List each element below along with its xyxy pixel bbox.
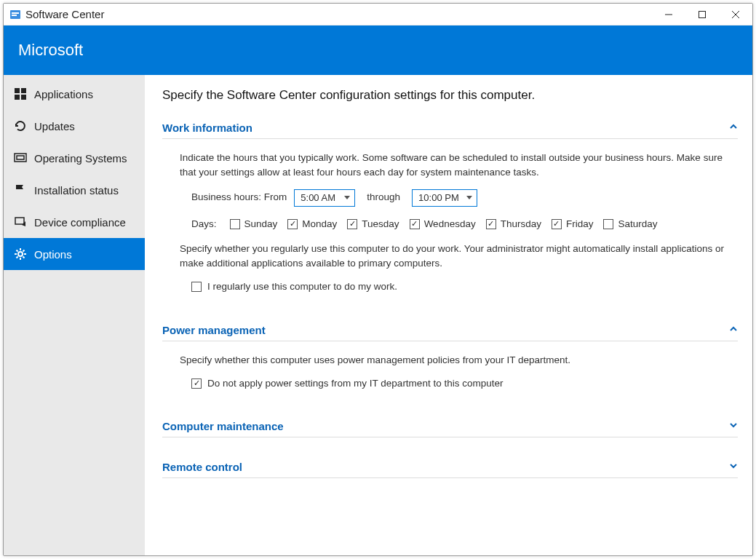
svg-rect-8 <box>21 88 26 93</box>
updates-icon <box>14 119 27 132</box>
day-thursday[interactable]: Thursday <box>486 217 541 231</box>
main-panel: Specify the Software Center configuratio… <box>145 75 752 555</box>
svg-rect-12 <box>17 156 24 159</box>
checkbox-checked-icon <box>552 219 562 229</box>
day-label: Tuesday <box>362 217 399 231</box>
sidebar-item-install-status[interactable]: Installation status <box>4 174 145 206</box>
section-title: Power management <box>162 324 266 336</box>
sidebar: Applications Updates Operating Systems I… <box>4 75 145 555</box>
sidebar-item-os[interactable]: Operating Systems <box>4 142 145 174</box>
day-friday[interactable]: Friday <box>552 217 594 231</box>
day-sunday[interactable]: Sunday <box>230 217 278 231</box>
minimize-button[interactable] <box>652 4 685 25</box>
section-body-power: Specify whether this computer uses power… <box>162 341 738 402</box>
sidebar-item-options[interactable]: Options <box>4 238 145 270</box>
day-label: Thursday <box>501 217 541 231</box>
sidebar-item-applications[interactable]: Applications <box>4 78 145 110</box>
chevron-up-icon <box>729 122 738 133</box>
chevron-down-icon <box>729 461 738 472</box>
checkbox-checked-icon <box>486 219 496 229</box>
section-header-power[interactable]: Power management <box>162 324 738 341</box>
os-icon <box>14 151 27 164</box>
window-controls <box>652 4 752 25</box>
svg-rect-10 <box>21 95 26 100</box>
section-header-remote[interactable]: Remote control <box>162 461 738 478</box>
svg-rect-13 <box>15 218 24 224</box>
section-header-maintenance[interactable]: Computer maintenance <box>162 420 738 437</box>
section-title: Computer maintenance <box>162 420 284 432</box>
chevron-up-icon <box>729 325 738 336</box>
to-time-value: 10:00 PM <box>418 191 459 205</box>
sidebar-item-label: Updates <box>34 120 75 132</box>
chevron-down-icon <box>729 421 738 432</box>
sidebar-item-label: Device compliance <box>34 216 126 229</box>
day-label: Wednesday <box>424 217 476 231</box>
flag-icon <box>14 183 27 197</box>
from-time-value: 5:00 AM <box>301 191 335 205</box>
day-label: Monday <box>302 217 337 231</box>
chevron-down-icon <box>466 196 472 199</box>
sidebar-item-label: Operating Systems <box>34 152 127 164</box>
svg-rect-4 <box>699 11 706 17</box>
day-wednesday[interactable]: Wednesday <box>410 217 476 231</box>
close-button[interactable] <box>719 4 752 25</box>
content-body: Applications Updates Operating Systems I… <box>4 75 752 555</box>
days-row: Days: Sunday Monday Tuesday Wednesday Th… <box>191 217 733 231</box>
sidebar-item-label: Installation status <box>34 184 119 197</box>
gear-icon <box>14 247 27 261</box>
app-window: Software Center Microsoft Applications <box>3 3 753 556</box>
maximize-button[interactable] <box>685 4 719 25</box>
business-hours-label: Business hours: From <box>191 190 287 205</box>
section-title: Remote control <box>162 461 242 473</box>
power-desc: Specify whether this computer uses power… <box>180 353 733 368</box>
window-title: Software Center <box>25 8 652 20</box>
business-hours-row: Business hours: From 5:00 AM through 10:… <box>191 189 733 207</box>
section-header-work[interactable]: Work information <box>162 122 738 139</box>
power-checkbox-row[interactable]: Do not apply power settings from my IT d… <box>191 376 733 391</box>
days-label: Days: <box>191 217 217 231</box>
sidebar-item-updates[interactable]: Updates <box>4 110 145 142</box>
to-time-select[interactable]: 10:00 PM <box>412 189 477 207</box>
brand-bar: Microsoft <box>4 25 752 75</box>
titlebar: Software Center <box>4 4 752 25</box>
day-label: Friday <box>566 217 594 231</box>
svg-rect-2 <box>12 15 17 16</box>
primary-computer-checkbox-row[interactable]: I regularly use this computer to do my w… <box>191 280 733 294</box>
app-icon <box>9 9 21 20</box>
checkbox-checked-icon <box>287 219 298 229</box>
from-time-select[interactable]: 5:00 AM <box>294 189 355 207</box>
power-checkbox-label: Do not apply power settings from my IT d… <box>207 376 503 391</box>
section-body-work: Indicate the hours that you typically wo… <box>162 139 738 305</box>
page-intro: Specify the Software Center configuratio… <box>162 88 738 103</box>
section-title: Work information <box>162 122 252 134</box>
checkbox-icon <box>191 282 202 292</box>
sidebar-item-label: Applications <box>34 88 93 100</box>
work-description: Indicate the hours that you typically wo… <box>180 151 733 181</box>
sidebar-item-device-compliance[interactable]: Device compliance <box>4 206 145 238</box>
svg-rect-7 <box>15 88 20 93</box>
day-monday[interactable]: Monday <box>287 217 337 231</box>
day-saturday[interactable]: Saturday <box>603 217 657 231</box>
day-tuesday[interactable]: Tuesday <box>347 217 399 231</box>
compliance-icon <box>14 215 27 229</box>
svg-rect-9 <box>15 95 20 100</box>
checkbox-icon <box>603 219 613 229</box>
checkbox-checked-icon <box>347 219 357 229</box>
primary-computer-desc: Specify whether you regularly use this c… <box>180 242 733 271</box>
primary-computer-label: I regularly use this computer to do my w… <box>207 280 397 294</box>
through-label: through <box>367 190 400 205</box>
checkbox-checked-icon <box>410 219 420 229</box>
day-label: Saturday <box>618 217 657 231</box>
brand-name: Microsoft <box>18 41 83 60</box>
apps-icon <box>14 87 27 100</box>
checkbox-icon <box>230 219 240 229</box>
svg-point-14 <box>18 252 23 256</box>
svg-rect-1 <box>12 12 19 14</box>
chevron-down-icon <box>344 196 350 199</box>
day-label: Sunday <box>244 217 278 231</box>
sidebar-item-label: Options <box>34 248 72 261</box>
checkbox-checked-icon <box>191 378 202 389</box>
